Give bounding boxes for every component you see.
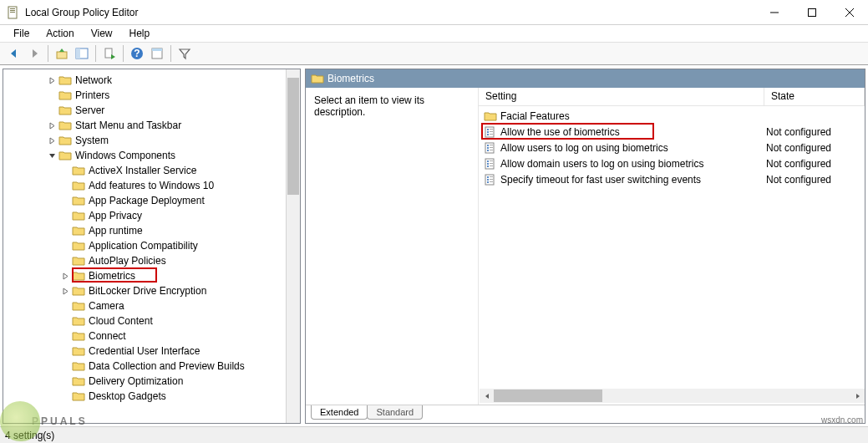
svg-rect-38	[487, 176, 489, 178]
export-list-button[interactable]	[100, 44, 119, 63]
tree-item-label: Application Compatibility	[89, 240, 198, 252]
column-setting[interactable]: Setting	[479, 88, 764, 105]
svg-rect-15	[152, 48, 162, 51]
help-button[interactable]: ?	[128, 44, 146, 63]
expand-icon[interactable]	[60, 286, 70, 296]
folder-icon	[72, 165, 85, 176]
tree-item[interactable]: ActiveX Installer Service	[3, 163, 300, 178]
tree-item[interactable]: Data Collection and Preview Builds	[3, 359, 300, 374]
tree-item[interactable]: Add features to Windows 10	[3, 178, 300, 193]
list-row[interactable]: Specify timeout for fast user switching …	[479, 171, 865, 187]
tab-standard[interactable]: Standard	[367, 405, 423, 420]
expand-spacer	[60, 376, 70, 386]
scroll-track[interactable]	[494, 389, 850, 403]
menu-action[interactable]: Action	[39, 26, 80, 41]
tree[interactable]: NetworkPrintersServerStart Menu and Task…	[3, 69, 300, 423]
folder-icon	[72, 180, 85, 191]
tree-item[interactable]: Server	[3, 103, 300, 118]
folder-icon	[72, 210, 85, 222]
tree-item[interactable]: Connect	[3, 328, 300, 344]
svg-rect-26	[487, 147, 489, 149]
svg-rect-25	[490, 145, 493, 145]
folder-icon	[72, 285, 85, 297]
tree-item[interactable]: AutoPlay Policies	[3, 253, 300, 268]
svg-text:?: ?	[134, 48, 140, 59]
svg-rect-40	[487, 179, 489, 181]
tree-item-label: AutoPlay Policies	[89, 255, 166, 267]
expand-icon[interactable]	[47, 135, 57, 145]
show-hide-tree-button[interactable]	[73, 44, 91, 63]
expand-spacer	[60, 301, 70, 311]
setting-name: Specify timeout for fast user switching …	[500, 174, 766, 186]
tree-item[interactable]: Camera	[3, 298, 300, 313]
list-row[interactable]: Allow users to log on using biometricsNo…	[479, 140, 865, 155]
tree-item[interactable]: Desktop Gadgets	[3, 389, 300, 404]
expand-spacer	[60, 165, 70, 176]
tree-item-label: ActiveX Installer Service	[89, 165, 196, 176]
expand-spacer	[60, 241, 70, 251]
tree-item[interactable]: Credential User Interface	[3, 344, 300, 359]
tree-item[interactable]: Delivery Optimization	[3, 374, 300, 389]
forward-button[interactable]	[25, 44, 43, 63]
tree-item-label: Server	[75, 104, 104, 116]
up-button[interactable]	[53, 44, 71, 63]
maximize-button[interactable]	[793, 0, 830, 24]
filter-button[interactable]	[175, 44, 194, 63]
svg-rect-2	[10, 10, 15, 11]
tree-item[interactable]: App Package Deployment	[3, 193, 300, 208]
list-row[interactable]: Facial Features	[479, 108, 865, 124]
list-row[interactable]: Allow the use of biometricsNot configure…	[479, 124, 865, 140]
folder-icon	[72, 315, 85, 327]
collapse-icon[interactable]	[47, 150, 57, 160]
tree-item-label: BitLocker Drive Encryption	[89, 285, 206, 297]
minimize-button[interactable]	[755, 0, 793, 24]
folder-icon	[311, 73, 324, 84]
expand-spacer	[60, 346, 70, 356]
svg-rect-31	[487, 160, 489, 162]
scroll-left-arrow[interactable]	[480, 389, 494, 403]
tree-item[interactable]: Application Compatibility	[3, 238, 300, 253]
expand-icon[interactable]	[60, 271, 70, 281]
tree-item[interactable]: Start Menu and Taskbar	[3, 118, 300, 133]
back-button[interactable]	[5, 44, 23, 63]
menu-help[interactable]: Help	[123, 26, 157, 41]
horizontal-scrollbar[interactable]	[480, 389, 865, 403]
properties-button[interactable]	[148, 44, 166, 63]
tree-item[interactable]: Cloud Content	[3, 313, 300, 328]
tree-item-label: Credential User Interface	[89, 345, 200, 357]
svg-rect-22	[490, 134, 493, 135]
expand-icon[interactable]	[47, 120, 57, 130]
menu-file[interactable]: File	[7, 26, 36, 41]
tab-extended[interactable]: Extended	[311, 405, 368, 420]
tree-item-label: App runtime	[89, 225, 143, 237]
expand-spacer	[60, 181, 70, 191]
tree-item[interactable]: Printers	[3, 88, 300, 103]
details-header: Biometrics	[306, 69, 865, 88]
column-state[interactable]: State	[764, 88, 865, 105]
tree-item[interactable]: Windows Components	[3, 148, 300, 163]
scroll-thumb-h[interactable]	[494, 390, 602, 402]
scrollbar-thumb[interactable]	[287, 78, 299, 195]
setting-name: Allow domain users to log on using biome…	[500, 158, 766, 170]
expand-icon[interactable]	[47, 75, 57, 85]
tree-item[interactable]: App Privacy	[3, 208, 300, 223]
menu-view[interactable]: View	[84, 26, 119, 41]
tree-item[interactable]: Network	[3, 73, 300, 88]
scroll-right-arrow[interactable]	[850, 389, 865, 403]
tree-scrollbar[interactable]	[286, 69, 300, 423]
policy-icon	[484, 174, 497, 186]
tree-item[interactable]: App runtime	[3, 223, 300, 238]
tree-item-label: Network	[75, 74, 112, 86]
tree-item-label: System	[75, 135, 109, 146]
tree-item[interactable]: System	[3, 133, 300, 148]
tree-item-label: Delivery Optimization	[89, 375, 183, 387]
svg-rect-32	[490, 160, 493, 161]
tree-item[interactable]: Biometrics	[3, 268, 300, 283]
folder-icon	[58, 104, 72, 116]
setting-name: Allow users to log on using biometrics	[500, 142, 766, 154]
svg-rect-35	[487, 165, 489, 167]
svg-rect-18	[490, 129, 493, 130]
tree-item[interactable]: BitLocker Drive Encryption	[3, 283, 300, 298]
close-button[interactable]	[830, 0, 868, 24]
list-row[interactable]: Allow domain users to log on using biome…	[479, 155, 865, 171]
